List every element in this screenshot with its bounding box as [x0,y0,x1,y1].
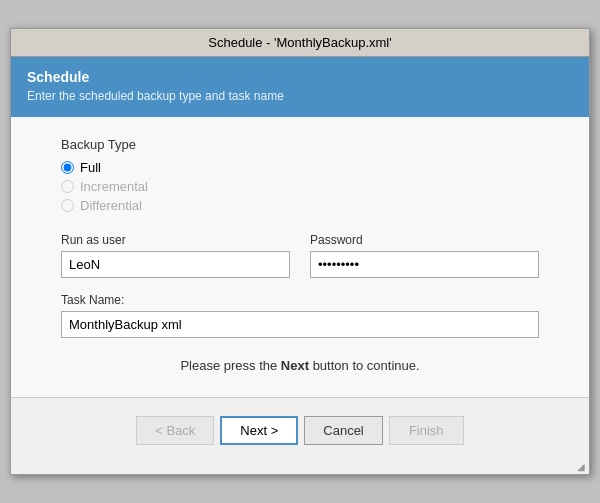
password-label: Password [310,233,539,247]
task-name-input[interactable] [61,311,539,338]
instruction-text: Please press the Next button to continue… [61,358,539,373]
divider [11,397,589,398]
radio-incremental-label: Incremental [80,179,148,194]
header-title: Schedule [27,69,573,85]
password-input[interactable] [310,251,539,278]
header-subtitle: Enter the scheduled backup type and task… [27,89,573,103]
header-section: Schedule Enter the scheduled backup type… [11,57,589,117]
back-button[interactable]: < Back [136,416,214,445]
radio-incremental-input [61,180,74,193]
run-as-user-input[interactable] [61,251,290,278]
backup-type-label: Backup Type [61,137,539,152]
radio-full-label: Full [80,160,101,175]
radio-incremental: Incremental [61,179,539,194]
run-as-user-label: Run as user [61,233,290,247]
instruction-prefix: Please press the [180,358,280,373]
radio-differential-input [61,199,74,212]
main-window: Schedule - 'MonthlyBackup.xml' Schedule … [10,28,590,475]
backup-type-radio-group: Full Incremental Differential [61,160,539,213]
password-group: Password [310,233,539,278]
radio-full-input[interactable] [61,161,74,174]
radio-differential-label: Differential [80,198,142,213]
cancel-button[interactable]: Cancel [304,416,382,445]
next-button[interactable]: Next > [220,416,298,445]
content-area: Backup Type Full Incremental Differentia… [11,117,589,397]
resize-handle: ◢ [11,459,589,474]
user-password-row: Run as user Password [61,233,539,278]
run-as-user-group: Run as user [61,233,290,278]
radio-full[interactable]: Full [61,160,539,175]
resize-icon: ◢ [577,461,585,472]
button-row: < Back Next > Cancel Finish [11,408,589,459]
task-name-group: Task Name: [61,292,539,338]
radio-differential: Differential [61,198,539,213]
task-name-label: Task Name: [61,293,124,307]
instruction-bold: Next [281,358,309,373]
window-title: Schedule - 'MonthlyBackup.xml' [208,35,391,50]
title-bar: Schedule - 'MonthlyBackup.xml' [11,29,589,57]
instruction-suffix: button to continue. [309,358,420,373]
finish-button[interactable]: Finish [389,416,464,445]
